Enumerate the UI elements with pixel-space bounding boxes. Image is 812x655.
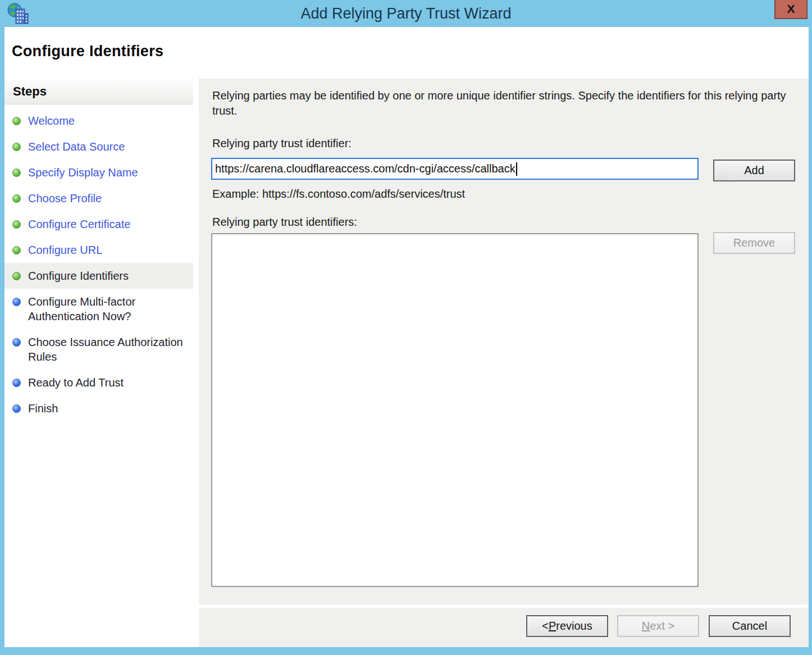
upcoming-step-icon [12,379,21,387]
completed-step-icon [12,169,21,177]
identifier-field-label: Relying party trust identifier: [212,137,352,150]
step-label: Ready to Add Trust [28,375,124,390]
identifiers-listbox[interactable] [211,233,699,587]
step-label: Configure Multi-factor Authentication No… [28,294,189,324]
step-label: Finish [28,401,58,416]
page-description: Relying parties may be identified by one… [212,88,786,119]
identifier-input-value: https://carena.cloudflareaccess.com/cdn-… [215,162,516,175]
step-item-configure-identifiers: Configure Identifiers [4,263,193,289]
page-header: Configure Identifiers [4,27,809,79]
step-label: Welcome [28,113,75,128]
step-label: Choose Issuance Authorization Rules [28,335,189,364]
footer-bar: < Previous Next > Cancel [199,608,809,647]
wizard-window: Add Relying Party Trust Wizard X Configu… [0,0,812,655]
step-item-select-data-source: Select Data Source [4,134,193,160]
window-body: Configure Identifiers Steps WelcomeSelec… [4,27,809,647]
upcoming-step-icon [12,338,21,347]
step-item-choose-profile: Choose Profile [4,185,193,211]
step-item-ready-to-add-trust: Ready to Add Trust [4,370,193,395]
title-bar: Add Relying Party Trust Wizard X [0,0,812,27]
step-item-configure-url: Configure URL [4,237,193,263]
completed-step-icon [12,117,21,125]
previous-button[interactable]: < Previous [526,615,608,637]
step-label: Specify Display Name [28,165,138,180]
add-button[interactable]: Add [713,160,795,181]
upcoming-step-icon [12,298,21,306]
window-title: Add Relying Party Trust Wizard [0,0,812,27]
example-text: Example: https://fs.contoso.com/adfs/ser… [212,188,465,201]
content-area: Relying parties may be identified by one… [199,79,809,604]
text-caret [516,162,517,176]
step-label: Configure Certificate [28,217,130,231]
sidebar-divider [193,79,199,647]
completed-step-icon [12,220,21,229]
main-panel: Relying parties may be identified by one… [199,79,809,647]
step-item-configure-certificate: Configure Certificate [4,211,193,237]
identifier-input[interactable]: https://carena.cloudflareaccess.com/cdn-… [211,158,699,180]
step-label: Configure URL [28,243,102,257]
steps-heading: Steps [4,79,193,104]
next-button[interactable]: Next > [617,615,699,637]
completed-step-icon [12,246,21,254]
completed-step-icon [12,194,21,203]
step-label: Choose Profile [28,191,102,206]
step-item-specify-display-name: Specify Display Name [4,160,193,185]
steps-list: WelcomeSelect Data SourceSpecify Display… [4,108,193,421]
step-label: Select Data Source [28,139,125,154]
adfs-app-icon [7,2,29,25]
step-item-choose-issuance-authorization-rules: Choose Issuance Authorization Rules [4,329,193,370]
upcoming-step-icon [12,404,21,413]
remove-button[interactable]: Remove [713,232,795,254]
completed-step-icon [12,272,21,280]
page-title: Configure Identifiers [12,43,163,60]
step-item-welcome: Welcome [4,108,193,134]
close-button[interactable]: X [774,0,808,19]
steps-sidebar: Steps WelcomeSelect Data SourceSpecify D… [4,79,193,647]
step-item-configure-multi-factor-authentication-now: Configure Multi-factor Authentication No… [4,289,193,329]
step-label: Configure Identifiers [28,269,129,283]
completed-step-icon [12,143,21,151]
cancel-button[interactable]: Cancel [709,615,791,637]
step-item-finish: Finish [4,395,193,421]
identifiers-list-label: Relying party trust identifiers: [212,216,357,229]
